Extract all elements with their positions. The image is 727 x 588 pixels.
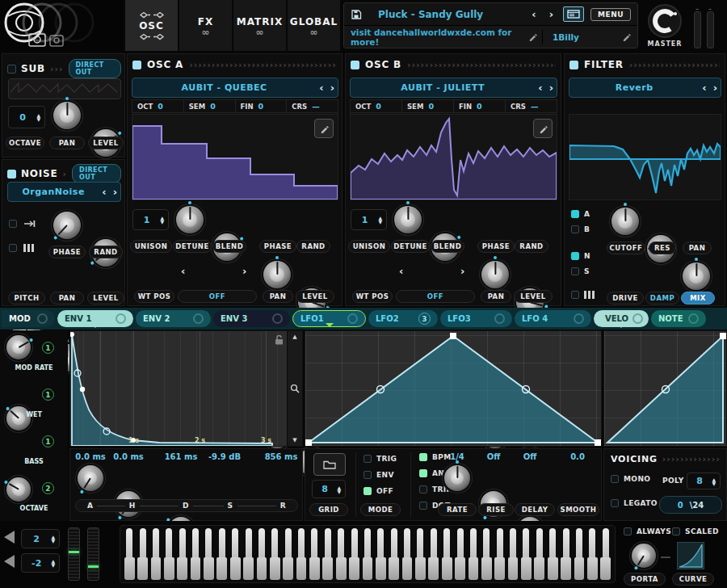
env-sustain-value[interactable]: -9.9 dB (206, 452, 243, 461)
piano-key[interactable] (203, 527, 214, 581)
master-knob[interactable] (647, 3, 683, 39)
piano-key[interactable] (507, 527, 519, 581)
osc-b-warp-mode[interactable]: OFF (396, 290, 475, 303)
sub-pan-knob[interactable] (53, 102, 81, 129)
filter-pan-knob[interactable] (683, 262, 710, 290)
crs-value[interactable]: — (531, 102, 539, 111)
mono-checkbox[interactable] (611, 475, 619, 483)
noise-next-button[interactable] (110, 188, 120, 196)
noise-keytrack-checkbox[interactable] (9, 244, 17, 252)
scaled-checkbox[interactable] (672, 527, 680, 536)
piano-key[interactable] (362, 527, 373, 581)
filter-prev-button[interactable] (699, 84, 709, 92)
save-icon[interactable] (351, 9, 362, 20)
tab-fx[interactable]: FX ∞ (179, 0, 232, 51)
preset-author[interactable]: 1Billy (548, 32, 617, 42)
env-release-value[interactable]: 856 ms (263, 452, 300, 461)
noise-oneshot-checkbox[interactable] (9, 220, 17, 228)
osc-a-next-button[interactable] (327, 84, 338, 92)
tab-global[interactable]: GLOBAL ∞ (288, 0, 340, 51)
filter-keytrack-checkbox[interactable] (571, 291, 579, 299)
osc-b-next-button[interactable] (546, 84, 557, 92)
filter-type-selector[interactable]: Reverb (569, 78, 721, 98)
piano-key[interactable] (256, 527, 267, 581)
piano-key[interactable] (375, 527, 386, 581)
piano-key[interactable] (454, 527, 465, 581)
filter-route-n-checkbox[interactable] (571, 252, 579, 260)
mix-button[interactable]: MIX (681, 292, 715, 304)
piano-key[interactable] (309, 527, 320, 581)
edit-pencil-icon[interactable] (622, 32, 631, 41)
osc-b-detune-knob[interactable] (394, 206, 422, 233)
env-attack-value[interactable]: 0.0 ms (72, 452, 109, 461)
osc-a-edit-button[interactable] (314, 119, 334, 138)
piano-key[interactable] (401, 527, 413, 581)
mod-tab-lfo2[interactable]: LFO2 3 (368, 310, 438, 327)
noise-enable-checkbox[interactable] (7, 170, 16, 178)
crs-value[interactable]: — (312, 102, 320, 111)
edit-pencil-icon[interactable] (528, 32, 537, 41)
mod-tab-note[interactable]: NOTE (651, 310, 706, 327)
piano-key[interactable] (534, 527, 545, 581)
menu-button[interactable]: MENU (590, 8, 631, 21)
piano-key[interactable] (137, 527, 148, 581)
preset-name[interactable]: Pluck - Sandy Gully (368, 9, 522, 20)
piano-key[interactable] (283, 527, 294, 581)
lfo-grid-stepper[interactable]: 8 (312, 480, 346, 498)
legato-checkbox[interactable] (611, 499, 619, 507)
filter-enable-checkbox[interactable] (569, 61, 578, 69)
sub-direct-out-button[interactable]: DIRECT OUT (69, 59, 121, 78)
piano-key[interactable] (481, 527, 492, 581)
bend-up-stepper[interactable]: 2 (21, 529, 60, 548)
lfo-smooth-value[interactable]: 0.0 (560, 452, 595, 461)
mod-tab-velo[interactable]: VELO (594, 310, 649, 327)
filter-display[interactable] (569, 114, 721, 200)
osc-a-wave-display[interactable] (132, 114, 338, 200)
filter-cutoff-knob[interactable] (611, 208, 639, 235)
osc-a-detune-knob[interactable] (176, 206, 204, 233)
mod-tab-env2[interactable]: ENV 2 (136, 310, 211, 327)
lfo-shape-menu-button[interactable] (313, 453, 346, 476)
scroll-up-icon[interactable]: ▲ (292, 334, 296, 340)
env-zoom-scrollbar[interactable]: ▲ ▼ (287, 331, 302, 446)
piano-key[interactable] (414, 527, 426, 581)
piano-key[interactable] (441, 527, 452, 581)
fin-value[interactable]: 0 (258, 102, 264, 111)
piano-key[interactable] (190, 527, 201, 581)
env-hold-value[interactable]: 0.0 ms (110, 452, 147, 461)
osc-b-warp-next[interactable] (457, 267, 468, 275)
piano-key[interactable] (163, 527, 174, 581)
mod-tab-lfo4[interactable]: LFO 4 (515, 310, 591, 327)
mod-tab-env1[interactable]: ENV 1 (57, 310, 133, 327)
sem-value[interactable]: 0 (210, 102, 216, 111)
porta-range-display[interactable]: 0 \24 (659, 496, 722, 514)
bend-up-wheel-icon[interactable] (4, 531, 15, 544)
osc-b-unison-stepper[interactable]: 1 (351, 209, 387, 230)
oct-value[interactable]: 0 (376, 102, 381, 111)
piano-key[interactable] (600, 527, 611, 581)
env-attack-knob[interactable] (78, 465, 103, 491)
pitch-wheel[interactable] (68, 527, 80, 581)
osc-a-warp-mode[interactable]: OFF (178, 290, 257, 303)
lfo-delay-value[interactable]: Off (512, 452, 548, 461)
macro2-knob[interactable] (6, 406, 31, 430)
filter-route-s-checkbox[interactable] (571, 267, 579, 275)
noise-phase-knob[interactable] (53, 212, 81, 239)
piano-key[interactable] (150, 527, 162, 581)
piano-key[interactable] (428, 527, 439, 581)
noise-prev-button[interactable] (99, 188, 109, 196)
lfo-rate-knob[interactable] (444, 465, 470, 491)
mod-wheel[interactable] (87, 527, 99, 581)
piano-key[interactable] (494, 527, 506, 581)
env-decay-value[interactable]: 161 ms (162, 452, 200, 461)
macro1-knob[interactable] (6, 335, 31, 359)
osc-a-phase-knob[interactable] (263, 261, 291, 288)
mod-tab-env3[interactable]: ENV 3 (213, 310, 290, 327)
lfo-trig-checkbox[interactable] (364, 455, 372, 463)
velocity-graph[interactable] (603, 330, 727, 447)
lfo-anch-checkbox[interactable] (419, 469, 427, 477)
filter-route-a-checkbox[interactable] (571, 210, 579, 218)
tab-osc[interactable]: OSC (125, 0, 178, 51)
envelope-graph[interactable]: 1 s 2 s 3 s ▲ ▼ (69, 330, 303, 447)
piano-key[interactable] (547, 527, 558, 581)
